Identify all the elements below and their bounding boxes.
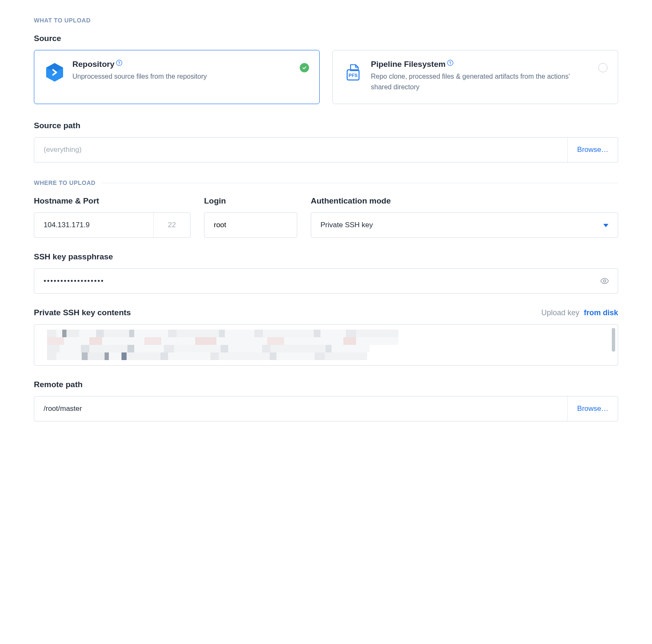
source-path-label: Source path (34, 121, 618, 130)
scrollbar-thumb[interactable] (612, 328, 615, 352)
repository-hex-icon (44, 62, 65, 83)
eye-icon (600, 276, 609, 286)
section-header-where-to-upload: WHERE TO UPLOAD (34, 179, 618, 186)
remote-path-label: Remote path (34, 380, 618, 389)
source-path-browse-button[interactable]: Browse… (567, 138, 618, 162)
svg-point-2 (116, 60, 122, 66)
svg-marker-8 (603, 224, 608, 227)
source-option-pipeline-filesystem[interactable]: PFS Pipeline Filesystem Repo clone, proc… (332, 50, 618, 104)
passphrase-label: SSH key passphrase (34, 252, 618, 261)
source-path-input[interactable] (34, 138, 567, 162)
help-icon[interactable] (447, 59, 453, 65)
remote-path-input[interactable] (34, 396, 567, 421)
pipeline-filesystem-icon: PFS (343, 62, 363, 83)
port-input[interactable] (154, 213, 190, 237)
svg-point-6 (448, 60, 453, 66)
upload-key-text: Upload key (541, 308, 579, 317)
login-input[interactable] (204, 221, 313, 229)
auth-mode-label: Authentication mode (311, 196, 618, 206)
section-header-what-to-upload: WHAT TO UPLOAD (34, 17, 618, 24)
login-label: Login (204, 196, 297, 206)
svg-point-9 (603, 280, 606, 282)
upload-key-from-disk-link[interactable]: from disk (584, 308, 618, 317)
private-key-textarea[interactable] (34, 324, 618, 366)
source-option-repository[interactable]: Repository Unprocessed source files from… (34, 50, 320, 104)
source-label: Source (34, 34, 618, 43)
selected-check-icon (300, 63, 309, 72)
passphrase-input[interactable] (34, 269, 591, 293)
reveal-password-button[interactable] (591, 269, 618, 293)
svg-point-7 (450, 64, 451, 65)
source-option-pipeline-title: Pipeline Filesystem (371, 60, 445, 69)
unselected-radio-icon (598, 63, 608, 72)
source-option-repository-desc: Unprocessed source files from the reposi… (72, 72, 288, 82)
chevron-down-icon (603, 221, 608, 229)
auth-mode-value: Private SSH key (320, 221, 373, 229)
help-icon[interactable] (116, 59, 122, 65)
source-option-pipeline-desc: Repo clone, processed files & generated … (371, 72, 586, 93)
hostname-input[interactable] (34, 213, 154, 237)
auth-mode-select[interactable]: Private SSH key (311, 212, 618, 238)
svg-text:PFS: PFS (348, 73, 357, 78)
hostname-port-label: Hostname & Port (34, 196, 191, 206)
remote-path-browse-button[interactable]: Browse… (567, 396, 618, 421)
svg-point-3 (119, 64, 120, 65)
private-key-label: Private SSH key contents (34, 308, 131, 317)
source-option-repository-title: Repository (72, 60, 114, 69)
